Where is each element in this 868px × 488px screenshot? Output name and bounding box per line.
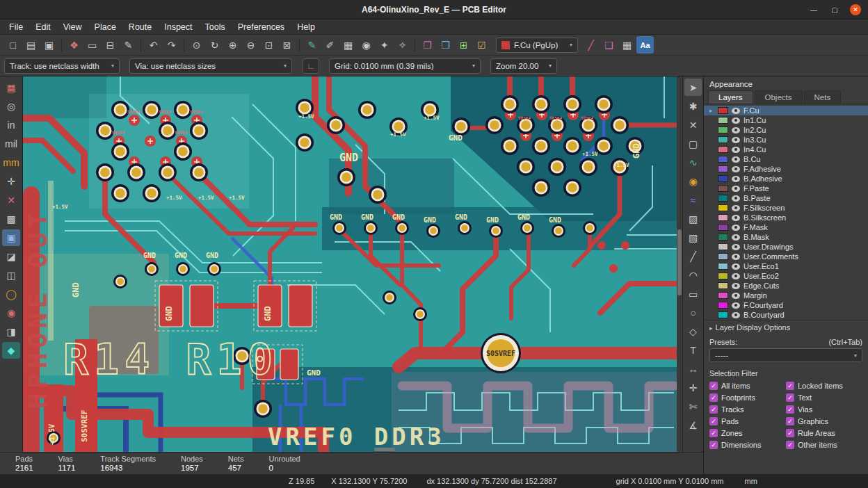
visibility-eye-icon[interactable] — [732, 137, 740, 143]
layer-f-cu[interactable]: F.Cu — [704, 106, 868, 115]
draw-circle-tool[interactable]: ○ — [684, 304, 702, 321]
layer-color-swatch[interactable] — [718, 273, 728, 279]
swap-layers-button[interactable]: ❏ — [600, 36, 618, 54]
draw-arc-tool[interactable]: ◠ — [684, 266, 702, 284]
menu-view[interactable]: View — [57, 19, 88, 35]
layer-color-swatch[interactable] — [718, 146, 728, 153]
visibility-eye-icon[interactable] — [732, 283, 740, 289]
layer-color-swatch[interactable] — [718, 243, 728, 250]
layer-f-courtyard[interactable]: F.Courtyard — [704, 300, 868, 310]
grid-toggle-button[interactable]: ▦ — [2, 79, 20, 96]
layer-in4-cu[interactable]: In4.Cu — [704, 145, 868, 154]
checkbox-icon[interactable] — [709, 429, 718, 437]
layer-color-swatch[interactable] — [718, 127, 728, 133]
menu-file[interactable]: File — [3, 19, 29, 35]
visibility-eye-icon[interactable] — [732, 186, 740, 192]
checkbox-icon[interactable] — [786, 393, 794, 402]
layer-b-mask[interactable]: B.Mask — [704, 232, 868, 242]
menu-inspect[interactable]: Inspect — [158, 19, 198, 35]
layer-color-swatch[interactable] — [718, 185, 728, 192]
draw-rectangle-tool[interactable]: ▭ — [684, 285, 702, 302]
layer-color-swatch[interactable] — [718, 175, 728, 182]
visibility-eye-icon[interactable] — [732, 312, 740, 318]
save-button[interactable]: ▣ — [40, 36, 58, 54]
menu-route[interactable]: Route — [122, 19, 158, 35]
visibility-eye-icon[interactable] — [732, 205, 740, 211]
visibility-eye-icon[interactable] — [732, 225, 740, 231]
local-ratsnest-tool[interactable]: ✱ — [684, 97, 702, 115]
drc-button[interactable]: ☑ — [473, 36, 490, 54]
layer-in2-cu[interactable]: In2.Cu — [704, 125, 868, 135]
minimize-button[interactable]: — — [808, 4, 819, 15]
checkbox-icon[interactable] — [786, 405, 794, 414]
track-width-selector[interactable]: Track: use netclass width — [4, 58, 120, 74]
layer-b-paste[interactable]: B.Paste — [704, 193, 868, 203]
checkbox-icon[interactable] — [786, 382, 794, 390]
layer-color-swatch[interactable] — [718, 224, 728, 231]
grid-selector[interactable]: Grid: 0.0100 mm (0.39 mils) — [329, 58, 481, 74]
layer-b-adhesive[interactable]: B.Adhesive — [704, 174, 868, 184]
layer-color-swatch[interactable] — [718, 195, 728, 202]
layer-color-swatch[interactable] — [718, 282, 728, 289]
visibility-eye-icon[interactable] — [732, 254, 740, 260]
lock-button[interactable]: ✦ — [376, 36, 393, 54]
layer-selector[interactable]: F.Cu (PgUp) — [496, 38, 578, 53]
polar-coords-button[interactable]: ◎ — [2, 98, 20, 115]
drill-origin-tool[interactable]: ✛ — [684, 379, 702, 396]
visibility-eye-icon[interactable] — [732, 117, 740, 124]
units-inches-button[interactable]: in — [2, 117, 20, 133]
print-button[interactable]: ⊟ — [102, 36, 119, 54]
cursor-shape-button[interactable]: ✛ — [2, 173, 20, 190]
board-setup-button[interactable]: ❖ — [65, 36, 83, 54]
checkbox-icon[interactable] — [786, 417, 794, 425]
measure-tool[interactable]: ∡ — [684, 416, 702, 434]
net-inspector-button[interactable]: ⊞ — [455, 36, 472, 54]
undo-button[interactable]: ↶ — [145, 36, 162, 54]
page-settings-button[interactable]: ▭ — [83, 36, 101, 54]
text-variables-button[interactable]: Aa — [636, 36, 654, 54]
layer-color-swatch[interactable] — [718, 302, 728, 309]
filter-locked-items[interactable]: Locked items — [786, 382, 862, 390]
delete-tool[interactable]: ✕ — [684, 116, 702, 133]
layer-color-swatch[interactable] — [718, 117, 728, 124]
filter-pads[interactable]: Pads — [709, 417, 786, 425]
zone-outline-button[interactable]: ◪ — [2, 248, 20, 265]
pcb-canvas-area[interactable]: S0SVREF HPHONE OUT R14 R10 VREF0 DDR3 S0… — [23, 76, 682, 452]
hide-ratsnest-button[interactable]: ╱ — [582, 36, 600, 54]
filter-zones[interactable]: Zones — [709, 429, 786, 437]
layer-display-options[interactable]: Layer Display Options — [704, 320, 868, 334]
select-tool[interactable]: ➤ — [684, 79, 702, 96]
visibility-eye-icon[interactable] — [732, 244, 740, 250]
cleanup-tracks-button[interactable]: ✐ — [321, 36, 339, 54]
tracks-outline-button[interactable]: ◨ — [2, 323, 20, 340]
presets-selector[interactable]: ----- — [709, 348, 862, 362]
footprint-editor-button[interactable]: ❒ — [437, 36, 454, 54]
visibility-eye-icon[interactable] — [732, 195, 740, 202]
layer-in1-cu[interactable]: In1.Cu — [704, 115, 868, 125]
layer-edge-cuts[interactable]: Edge.Cuts — [704, 281, 868, 291]
curved-ratsnest-button[interactable]: ▩ — [2, 211, 20, 227]
menu-preferences[interactable]: Preferences — [232, 19, 291, 35]
menu-tools[interactable]: Tools — [199, 19, 232, 35]
visibility-eye-icon[interactable] — [732, 166, 740, 172]
filter-rule-areas[interactable]: Rule Areas — [786, 429, 862, 437]
new-board-button[interactable]: □ — [4, 36, 22, 54]
draw-zone-tool[interactable]: ▨ — [684, 210, 702, 227]
track-posture-button[interactable]: ∟ — [303, 58, 319, 74]
route-track-tool[interactable]: ∿ — [684, 154, 702, 171]
dimension-tool[interactable]: ↔ — [684, 360, 702, 377]
layer-margin[interactable]: Margin — [704, 291, 868, 300]
zoom-selection-button[interactable]: ⊠ — [278, 36, 296, 54]
menu-edit[interactable]: Edit — [29, 19, 57, 35]
zoom-in-button[interactable]: ⊕ — [224, 36, 241, 54]
visibility-eye-icon[interactable] — [732, 147, 740, 153]
filter-dimensions[interactable]: Dimensions — [709, 441, 786, 449]
layer-color-swatch[interactable] — [718, 311, 728, 318]
tune-length-button[interactable]: ▦ — [339, 36, 357, 54]
layer-f-silkscreen[interactable]: F.Silkscreen — [704, 203, 868, 213]
zoom-fit-button[interactable]: ⊡ — [260, 36, 278, 54]
filter-selection-tool[interactable]: ▢ — [684, 135, 702, 152]
filter-text[interactable]: Text — [786, 393, 862, 402]
hide-ratsnest-toggle[interactable]: ✕ — [2, 192, 20, 209]
layer-color-swatch[interactable] — [718, 165, 728, 172]
